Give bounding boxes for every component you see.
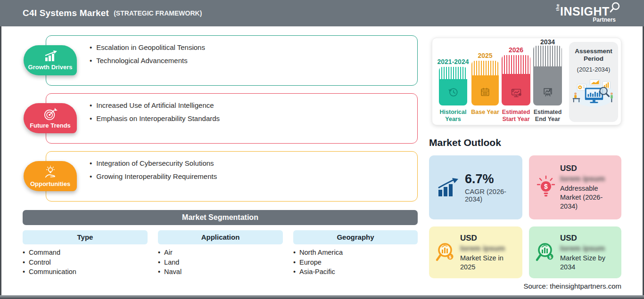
geography-list: North America Europe Asia-Pacific bbox=[293, 248, 418, 277]
svg-text:$: $ bbox=[549, 255, 551, 259]
application-list: Air Land Naval bbox=[158, 248, 283, 277]
type-list: Command Control Communication bbox=[23, 248, 148, 277]
footer-bar bbox=[0, 295, 644, 299]
bar-stripes bbox=[502, 55, 530, 74]
bar-body bbox=[439, 79, 467, 105]
badge-label: Future Trends bbox=[30, 122, 71, 129]
segment-column-application: Application bbox=[158, 230, 283, 244]
currency-label: USD bbox=[560, 234, 618, 243]
logo-partners-text: Partners bbox=[593, 16, 616, 23]
list-item: Communication bbox=[23, 267, 148, 277]
historical-years-bar bbox=[439, 67, 467, 105]
estimated-end-year-bar bbox=[533, 46, 562, 105]
market-size-2034-card: $ USD lorem ipsum Market Size by 2034 bbox=[529, 226, 621, 278]
card-caption: Addressable Market (2026-2034) bbox=[560, 184, 618, 211]
list-item: Command bbox=[23, 248, 148, 258]
addressable-market-card: $ USD lorem ipsum Addressable Market (20… bbox=[529, 155, 621, 219]
svg-text:$: $ bbox=[544, 183, 548, 190]
base-year-bar bbox=[471, 61, 499, 105]
frame-border-left bbox=[0, 26, 1, 299]
opportunities-box: Integration of Cybersecurity Solutions G… bbox=[46, 151, 418, 202]
list-item: Integration of Cybersecurity Solutions bbox=[90, 159, 408, 167]
future-trends-badge: Future Trends bbox=[24, 103, 77, 133]
magnifier-chart-icon: $ bbox=[535, 241, 557, 264]
bar-stripes bbox=[471, 61, 499, 75]
bar-body bbox=[471, 75, 499, 105]
currency-label: USD bbox=[560, 164, 618, 173]
segment-column-geography: Geography bbox=[293, 230, 418, 244]
magnifier-chart-icon: $ bbox=[435, 241, 457, 264]
list-item: Europe bbox=[293, 258, 418, 267]
presentation-easel-icon bbox=[541, 86, 554, 99]
svg-text:$: $ bbox=[449, 255, 451, 259]
analytics-illustration bbox=[571, 77, 616, 108]
card-caption: Market Size in 2025 bbox=[460, 254, 519, 272]
cagr-card: 6.7% CAGR (2026-2034) bbox=[429, 155, 522, 219]
list-item: Asia-Pacific bbox=[293, 267, 418, 277]
growth-chart-icon bbox=[43, 50, 58, 63]
infographic-canvas: C4I Systems Market (STRATEGIC FRAMEWORK)… bbox=[0, 0, 644, 299]
market-outlook-title: Market Outlook bbox=[429, 137, 501, 148]
assessment-period-title: Assessment Period bbox=[569, 48, 618, 63]
bar-caption: Historical Years bbox=[434, 109, 472, 122]
source-link[interactable]: Source: theinsightpartners.com bbox=[523, 282, 621, 290]
growth-drivers-box: Escalation in Geopolitical Tensions Tech… bbox=[46, 35, 418, 86]
badge-label: Opportunities bbox=[30, 180, 70, 187]
cagr-value: 6.7% bbox=[465, 172, 522, 186]
card-caption: Market Size by 2034 bbox=[560, 254, 618, 272]
market-size-2025-card: $ USD lorem ipsum Market Size in 2025 bbox=[429, 226, 522, 278]
bar-body bbox=[502, 74, 530, 105]
growth-drivers-list: Escalation in Geopolitical Tensions Tech… bbox=[90, 43, 408, 65]
assessment-timeline-panel: 2021-2024 2025 2026 2034 bbox=[432, 38, 621, 125]
list-item: Technological Advancements bbox=[90, 57, 408, 65]
badge-label: Growth Drivers bbox=[28, 64, 73, 71]
bar-stripes bbox=[439, 67, 467, 79]
bar-caption: Estimated End Year bbox=[530, 109, 565, 122]
segment-column-type: Type bbox=[23, 230, 148, 244]
year-label: 2026 bbox=[497, 46, 535, 54]
growth-bars-icon bbox=[437, 178, 459, 197]
opportunities-badge: Opportunities bbox=[24, 161, 77, 191]
market-segmentation-header: Market Segmentation bbox=[23, 210, 418, 225]
future-trends-box: Increased Use of Artificial Intelligence… bbox=[46, 93, 418, 144]
calendar-icon bbox=[479, 86, 492, 99]
list-item: Air bbox=[158, 248, 283, 258]
bar-caption: Estimated Start Year bbox=[498, 109, 534, 122]
list-item: North America bbox=[293, 248, 418, 258]
assessment-period-panel: Assessment Period (2021-2034) bbox=[569, 42, 618, 122]
list-item: Naval bbox=[158, 267, 283, 277]
bulb-dollar-icon: $ bbox=[536, 175, 556, 200]
list-item: Escalation in Geopolitical Tensions bbox=[90, 43, 408, 51]
list-item: Control bbox=[23, 258, 148, 267]
bar-body bbox=[533, 66, 562, 105]
opportunities-list: Integration of Cybersecurity Solutions G… bbox=[90, 159, 408, 180]
redacted-value: lorem ipsum bbox=[560, 244, 605, 253]
magnifier-icon bbox=[609, 2, 621, 14]
bar-caption: Base Year bbox=[469, 109, 501, 116]
currency-label: USD bbox=[460, 234, 519, 243]
future-trends-list: Increased Use of Artificial Intelligence… bbox=[90, 101, 408, 122]
target-icon bbox=[43, 108, 58, 121]
header: C4I Systems Market (STRATEGIC FRAMEWORK)… bbox=[0, 0, 644, 26]
history-clock-icon bbox=[446, 86, 460, 99]
insight-partners-logo[interactable]: the INSIGHT Partners bbox=[556, 4, 618, 24]
growth-drivers-badge: Growth Drivers bbox=[24, 45, 77, 75]
cagr-label: CAGR (2026-2034) bbox=[465, 188, 522, 203]
monitor-chart-icon bbox=[509, 86, 523, 99]
redacted-value: lorem ipsum bbox=[460, 244, 505, 253]
estimated-start-year-bar bbox=[502, 55, 530, 105]
redacted-value: lorem ipsum bbox=[560, 175, 605, 183]
page-subtitle: (STRATEGIC FRAMEWORK) bbox=[114, 9, 202, 17]
list-item: Emphasis on Interoperability Standards bbox=[90, 114, 408, 122]
bar-stripes bbox=[533, 46, 562, 66]
list-item: Increased Use of Artificial Intelligence bbox=[90, 101, 408, 109]
bulb-hand-icon bbox=[43, 165, 58, 179]
assessment-period-range: (2021-2034) bbox=[569, 66, 618, 73]
page-title: C4I Systems Market bbox=[23, 8, 109, 18]
year-label: 2034 bbox=[528, 38, 567, 46]
list-item: Land bbox=[158, 258, 283, 267]
logo-the-text: the bbox=[555, 4, 560, 11]
list-item: Growing Interoperability Requirements bbox=[90, 172, 408, 180]
